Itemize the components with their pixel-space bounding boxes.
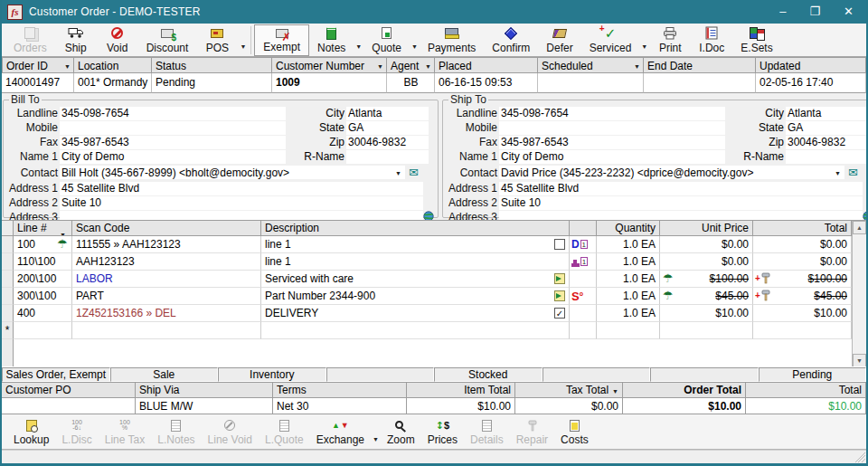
status-value[interactable]: Pending [152,73,272,93]
column-header-order-id[interactable]: Order ID▼ [2,57,74,73]
mobile-field[interactable] [60,121,286,135]
toolbar-button-zoom[interactable]: Zoom [381,416,421,449]
toolbar-button-notes[interactable]: Notes [309,25,354,56]
serviced-dropdown-arrow-icon[interactable]: ▼ [641,43,647,50]
fax-field[interactable]: 345-987-6543 [499,136,725,149]
toolbar-button-lquote[interactable]: L.Quote [259,416,310,449]
toolbar-button-ldisc[interactable]: 100-6↓ L.Disc [55,416,98,449]
column-header-total[interactable]: Total [753,221,852,236]
column-header-description[interactable]: Description [261,221,570,236]
scroll-down-icon[interactable]: ▼ [853,354,866,367]
tax-total-header[interactable]: Tax Total▼ [515,382,623,398]
note-icon[interactable] [554,290,565,301]
row-selector[interactable] [2,236,14,253]
name1-field[interactable]: City of Demo [60,150,286,164]
email-envelope-icon[interactable]: ✉ [409,166,419,179]
toolbar-button-exchange[interactable]: ▲▼ Exchange [310,418,371,448]
toolbar-button-idoc[interactable]: I.Doc [691,24,732,56]
toolbar-button-linevoid[interactable]: Line Void [202,416,259,449]
email-envelope-icon[interactable]: ✉ [848,166,858,179]
toolbar-button-confirm[interactable]: Confirm [484,24,538,56]
toolbar-button-print[interactable]: Print [649,24,691,56]
maximize-button[interactable]: ❐ [809,0,820,24]
toolbar-button-prices[interactable]: ↕$ Prices [421,416,464,449]
column-header-scheduled[interactable]: Scheduled▼ [538,57,644,73]
row-selector[interactable] [2,305,14,322]
agent-value[interactable]: BB [387,73,435,93]
toolbar-button-quote[interactable]: Quote [363,25,410,56]
name1-field[interactable]: City of Demo [499,150,725,164]
toolbar-button-details[interactable]: Details [464,416,510,449]
placed-value[interactable]: 06-16-15 09:53 [435,73,538,93]
rname-field[interactable] [786,150,868,164]
toolbar-button-esets[interactable]: E.Sets [732,24,780,56]
toolbar-button-defer[interactable]: Defer [538,24,580,56]
checkbox-unchecked[interactable] [554,239,565,250]
toolbar-button-void[interactable]: Void [97,24,138,56]
state-field[interactable]: GA [346,121,429,135]
terms-field[interactable]: Net 30 [273,398,407,414]
toolbar-button-costs[interactable]: Costs [554,416,595,449]
address2-field[interactable]: Suite 10 [499,196,863,210]
end-date-value[interactable] [644,73,756,93]
location-value[interactable]: 001* Ormandy [74,73,152,93]
toolbar-button-payments[interactable]: Payments [420,24,484,56]
note-icon[interactable] [554,273,565,284]
quote-dropdown-arrow-icon[interactable]: ▼ [411,43,418,50]
column-header-agent[interactable]: Agent▼ [387,57,435,73]
row-selector[interactable] [2,271,14,288]
column-header-scan-code[interactable]: Scan Code [72,221,261,236]
toolbar-button-linetax[interactable]: 100% Line Tax [99,416,151,449]
toolbar-button-lnotes[interactable]: L.Notes [151,416,201,449]
pos-dropdown-arrow-icon[interactable]: ▼ [240,43,246,50]
address2-field[interactable]: Suite 10 [60,196,423,210]
new-row[interactable]: * [2,322,866,339]
contact-dropdown-arrow-icon[interactable]: ▼ [835,170,841,176]
landline-field[interactable]: 345-098-7654 [499,107,725,120]
minimize-button[interactable]: – [779,0,786,24]
fax-label: Fax [7,136,60,148]
contact-field[interactable]: David Price (345-223-2232) <dprice@democ… [499,166,844,179]
updated-value[interactable]: 02-05-16 17:40 [756,73,866,93]
dropdown-arrow-icon: ▼ [612,388,618,395]
scroll-up-icon[interactable]: ▲ [853,221,866,234]
row-selector[interactable] [2,253,14,271]
order-id-value[interactable]: 140001497 [2,73,74,93]
exchange-dropdown-arrow-icon[interactable]: ▼ [373,436,379,442]
toolbar-button-exempt[interactable]: Exempt [254,24,309,56]
zip-field[interactable]: 30046-9832 [346,136,429,149]
toolbar-button-serviced[interactable]: ✓ Serviced [581,25,640,56]
toolbar-button-discount[interactable]: Discount [138,24,197,56]
zip-field[interactable]: 30046-9832 [786,136,868,149]
vertical-scrollbar[interactable]: ▲ ▼ [852,221,866,367]
customer-number-value[interactable]: 1009 [272,73,387,93]
customer-po-field[interactable] [2,398,136,414]
scheduled-value[interactable] [538,73,644,93]
column-header-unit-price[interactable]: Unit Price [660,221,753,236]
fax-field[interactable]: 345-987-6543 [60,136,286,149]
column-header-quantity[interactable]: Quantity [597,221,660,236]
toolbar-button-pos[interactable]: POS [196,25,238,56]
landline-field[interactable]: 345-098-7654 [60,107,286,120]
column-header-customer-number[interactable]: Customer Number▼ [272,57,387,73]
toolbar-button-ship[interactable]: Ship [55,24,97,56]
notes-dropdown-arrow-icon[interactable]: ▼ [355,43,362,50]
row-selector[interactable] [2,288,14,305]
address1-field[interactable]: 45 Satellite Blvd [60,182,423,195]
contact-field[interactable]: Bill Holt (345-667-8999) <bholt@democity… [60,166,405,179]
close-button[interactable]: ✕ [844,0,854,24]
resize-grip[interactable] [854,452,865,462]
checkbox-checked[interactable]: ✓ [554,308,565,319]
toolbar-button-repair[interactable]: Repair [510,416,554,449]
toolbar-button-lookup[interactable]: Lookup [7,416,55,449]
mobile-field[interactable] [499,121,725,135]
city-field[interactable]: Atlanta [786,107,868,120]
city-field[interactable]: Atlanta [346,107,429,120]
contact-dropdown-arrow-icon[interactable]: ▼ [395,170,401,176]
ship-via-field[interactable]: BLUE M/W [136,398,273,414]
rname-field[interactable] [346,150,429,164]
column-header-line[interactable]: Line #▼ [14,221,72,236]
toolbar-button-orders[interactable]: Orders [5,24,55,56]
state-field[interactable]: GA [786,121,868,135]
address1-field[interactable]: 45 Satellite Blvd [499,182,863,195]
